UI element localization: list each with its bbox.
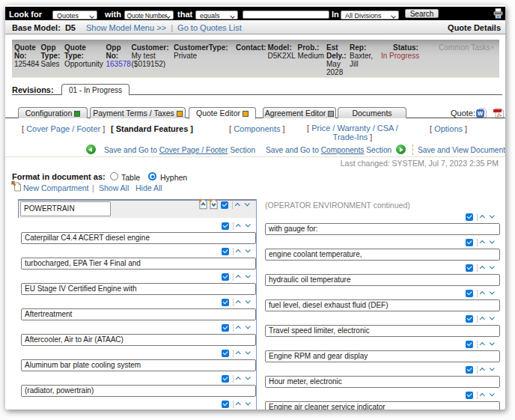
- svg-text:W: W: [478, 110, 484, 117]
